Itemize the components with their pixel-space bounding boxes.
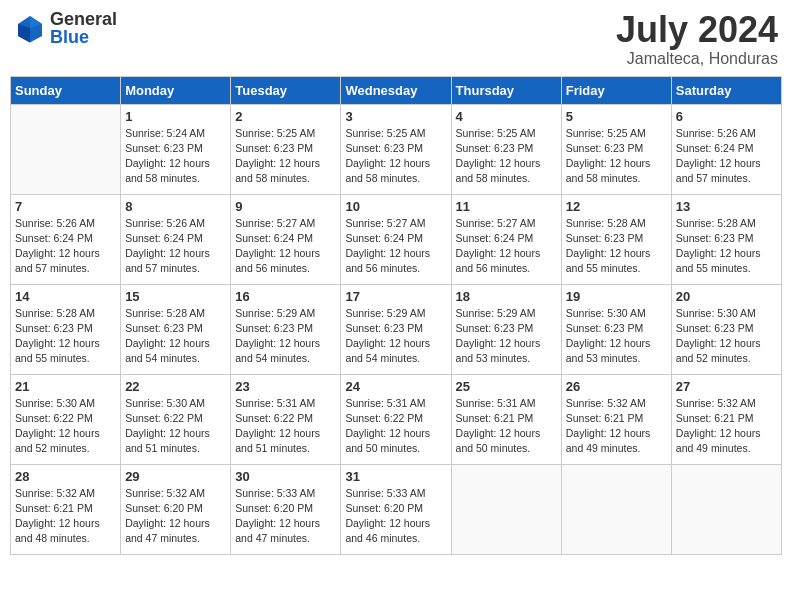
day-number: 30	[235, 469, 336, 484]
weekday-header-monday: Monday	[121, 76, 231, 104]
day-info: Sunrise: 5:25 AM Sunset: 6:23 PM Dayligh…	[456, 126, 557, 187]
day-info: Sunrise: 5:32 AM Sunset: 6:21 PM Dayligh…	[15, 486, 116, 547]
day-info: Sunrise: 5:32 AM Sunset: 6:21 PM Dayligh…	[676, 396, 777, 457]
page-header: General Blue July 2024 Jamalteca, Hondur…	[10, 10, 782, 68]
calendar-table: SundayMondayTuesdayWednesdayThursdayFrid…	[10, 76, 782, 555]
day-info: Sunrise: 5:24 AM Sunset: 6:23 PM Dayligh…	[125, 126, 226, 187]
day-number: 18	[456, 289, 557, 304]
calendar-cell: 26Sunrise: 5:32 AM Sunset: 6:21 PM Dayli…	[561, 374, 671, 464]
day-info: Sunrise: 5:31 AM Sunset: 6:22 PM Dayligh…	[345, 396, 446, 457]
logo-general: General	[50, 10, 117, 28]
month-title: July 2024	[616, 10, 778, 50]
week-row-1: 1Sunrise: 5:24 AM Sunset: 6:23 PM Daylig…	[11, 104, 782, 194]
day-number: 26	[566, 379, 667, 394]
day-info: Sunrise: 5:29 AM Sunset: 6:23 PM Dayligh…	[235, 306, 336, 367]
calendar-cell: 19Sunrise: 5:30 AM Sunset: 6:23 PM Dayli…	[561, 284, 671, 374]
calendar-cell: 20Sunrise: 5:30 AM Sunset: 6:23 PM Dayli…	[671, 284, 781, 374]
day-number: 9	[235, 199, 336, 214]
day-info: Sunrise: 5:28 AM Sunset: 6:23 PM Dayligh…	[15, 306, 116, 367]
calendar-cell: 10Sunrise: 5:27 AM Sunset: 6:24 PM Dayli…	[341, 194, 451, 284]
calendar-cell: 7Sunrise: 5:26 AM Sunset: 6:24 PM Daylig…	[11, 194, 121, 284]
calendar-cell	[11, 104, 121, 194]
weekday-header-tuesday: Tuesday	[231, 76, 341, 104]
calendar-cell: 3Sunrise: 5:25 AM Sunset: 6:23 PM Daylig…	[341, 104, 451, 194]
calendar-cell: 12Sunrise: 5:28 AM Sunset: 6:23 PM Dayli…	[561, 194, 671, 284]
day-info: Sunrise: 5:30 AM Sunset: 6:22 PM Dayligh…	[125, 396, 226, 457]
calendar-cell: 13Sunrise: 5:28 AM Sunset: 6:23 PM Dayli…	[671, 194, 781, 284]
calendar-cell: 27Sunrise: 5:32 AM Sunset: 6:21 PM Dayli…	[671, 374, 781, 464]
day-info: Sunrise: 5:28 AM Sunset: 6:23 PM Dayligh…	[125, 306, 226, 367]
day-info: Sunrise: 5:25 AM Sunset: 6:23 PM Dayligh…	[566, 126, 667, 187]
calendar-cell: 5Sunrise: 5:25 AM Sunset: 6:23 PM Daylig…	[561, 104, 671, 194]
day-info: Sunrise: 5:27 AM Sunset: 6:24 PM Dayligh…	[456, 216, 557, 277]
day-number: 29	[125, 469, 226, 484]
day-info: Sunrise: 5:26 AM Sunset: 6:24 PM Dayligh…	[125, 216, 226, 277]
calendar-cell: 17Sunrise: 5:29 AM Sunset: 6:23 PM Dayli…	[341, 284, 451, 374]
weekday-header-friday: Friday	[561, 76, 671, 104]
day-info: Sunrise: 5:31 AM Sunset: 6:21 PM Dayligh…	[456, 396, 557, 457]
day-info: Sunrise: 5:30 AM Sunset: 6:23 PM Dayligh…	[676, 306, 777, 367]
calendar-cell: 23Sunrise: 5:31 AM Sunset: 6:22 PM Dayli…	[231, 374, 341, 464]
day-number: 25	[456, 379, 557, 394]
day-info: Sunrise: 5:26 AM Sunset: 6:24 PM Dayligh…	[676, 126, 777, 187]
week-row-5: 28Sunrise: 5:32 AM Sunset: 6:21 PM Dayli…	[11, 464, 782, 554]
calendar-cell: 14Sunrise: 5:28 AM Sunset: 6:23 PM Dayli…	[11, 284, 121, 374]
day-info: Sunrise: 5:29 AM Sunset: 6:23 PM Dayligh…	[345, 306, 446, 367]
day-number: 20	[676, 289, 777, 304]
calendar-cell	[451, 464, 561, 554]
day-number: 4	[456, 109, 557, 124]
day-number: 31	[345, 469, 446, 484]
weekday-header-wednesday: Wednesday	[341, 76, 451, 104]
day-number: 12	[566, 199, 667, 214]
weekday-header-saturday: Saturday	[671, 76, 781, 104]
calendar-cell: 24Sunrise: 5:31 AM Sunset: 6:22 PM Dayli…	[341, 374, 451, 464]
day-number: 28	[15, 469, 116, 484]
day-number: 21	[15, 379, 116, 394]
weekday-header-thursday: Thursday	[451, 76, 561, 104]
day-info: Sunrise: 5:28 AM Sunset: 6:23 PM Dayligh…	[566, 216, 667, 277]
day-info: Sunrise: 5:27 AM Sunset: 6:24 PM Dayligh…	[235, 216, 336, 277]
day-number: 14	[15, 289, 116, 304]
day-info: Sunrise: 5:32 AM Sunset: 6:20 PM Dayligh…	[125, 486, 226, 547]
day-number: 24	[345, 379, 446, 394]
day-number: 16	[235, 289, 336, 304]
day-number: 15	[125, 289, 226, 304]
calendar-cell: 16Sunrise: 5:29 AM Sunset: 6:23 PM Dayli…	[231, 284, 341, 374]
day-info: Sunrise: 5:31 AM Sunset: 6:22 PM Dayligh…	[235, 396, 336, 457]
day-number: 6	[676, 109, 777, 124]
calendar-cell: 9Sunrise: 5:27 AM Sunset: 6:24 PM Daylig…	[231, 194, 341, 284]
calendar-cell: 1Sunrise: 5:24 AM Sunset: 6:23 PM Daylig…	[121, 104, 231, 194]
logo-icon	[14, 12, 46, 44]
day-number: 27	[676, 379, 777, 394]
logo: General Blue	[14, 10, 117, 46]
weekday-header-sunday: Sunday	[11, 76, 121, 104]
day-info: Sunrise: 5:33 AM Sunset: 6:20 PM Dayligh…	[345, 486, 446, 547]
title-area: July 2024 Jamalteca, Honduras	[616, 10, 778, 68]
day-number: 11	[456, 199, 557, 214]
calendar-cell: 18Sunrise: 5:29 AM Sunset: 6:23 PM Dayli…	[451, 284, 561, 374]
day-number: 10	[345, 199, 446, 214]
week-row-3: 14Sunrise: 5:28 AM Sunset: 6:23 PM Dayli…	[11, 284, 782, 374]
calendar-cell: 4Sunrise: 5:25 AM Sunset: 6:23 PM Daylig…	[451, 104, 561, 194]
day-number: 5	[566, 109, 667, 124]
day-info: Sunrise: 5:28 AM Sunset: 6:23 PM Dayligh…	[676, 216, 777, 277]
day-number: 22	[125, 379, 226, 394]
day-number: 17	[345, 289, 446, 304]
day-info: Sunrise: 5:25 AM Sunset: 6:23 PM Dayligh…	[345, 126, 446, 187]
calendar-cell: 25Sunrise: 5:31 AM Sunset: 6:21 PM Dayli…	[451, 374, 561, 464]
day-info: Sunrise: 5:32 AM Sunset: 6:21 PM Dayligh…	[566, 396, 667, 457]
logo-text: General Blue	[50, 10, 117, 46]
day-info: Sunrise: 5:29 AM Sunset: 6:23 PM Dayligh…	[456, 306, 557, 367]
day-number: 8	[125, 199, 226, 214]
week-row-4: 21Sunrise: 5:30 AM Sunset: 6:22 PM Dayli…	[11, 374, 782, 464]
day-number: 19	[566, 289, 667, 304]
day-info: Sunrise: 5:30 AM Sunset: 6:23 PM Dayligh…	[566, 306, 667, 367]
calendar-cell: 30Sunrise: 5:33 AM Sunset: 6:20 PM Dayli…	[231, 464, 341, 554]
day-number: 13	[676, 199, 777, 214]
calendar-cell: 21Sunrise: 5:30 AM Sunset: 6:22 PM Dayli…	[11, 374, 121, 464]
day-info: Sunrise: 5:33 AM Sunset: 6:20 PM Dayligh…	[235, 486, 336, 547]
week-row-2: 7Sunrise: 5:26 AM Sunset: 6:24 PM Daylig…	[11, 194, 782, 284]
calendar-cell: 31Sunrise: 5:33 AM Sunset: 6:20 PM Dayli…	[341, 464, 451, 554]
day-number: 3	[345, 109, 446, 124]
calendar-cell: 11Sunrise: 5:27 AM Sunset: 6:24 PM Dayli…	[451, 194, 561, 284]
